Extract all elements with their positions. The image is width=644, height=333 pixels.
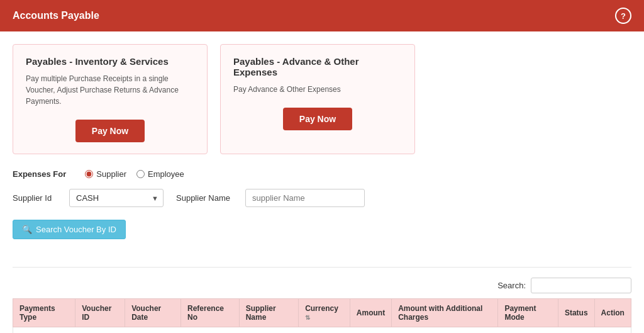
data-table: Payments Type Voucher ID Voucher Date Re… [13,298,631,333]
supplier-radio-item[interactable]: Supplier [85,169,126,179]
pay-now-advance-button[interactable]: Pay Now [283,108,352,130]
employee-radio-label: Employee [148,169,184,179]
expenses-for-row: Expenses For Supplier Employee [13,169,631,179]
help-button[interactable]: ? [615,8,631,24]
col-voucher-id: Voucher ID [75,299,125,327]
card-advance-desc: Pay Advance & Other Expenses [233,84,402,95]
main-content: Payables - Inventory & Services Pay mult… [0,31,644,333]
col-action: Action [594,299,631,327]
search-voucher-button[interactable]: 🔍 Search Voucher By ID [13,220,126,239]
supplier-id-label: Supplier Id [13,193,57,203]
page-title: Accounts Payable [13,10,99,21]
table-toolbar: Search: [13,278,631,293]
supplier-radio-label: Supplier [96,169,126,179]
card-advance-title: Payables - Advance & Other Expenses [233,56,402,77]
table-header: Payments Type Voucher ID Voucher Date Re… [13,299,631,327]
col-voucher-date: Voucher Date [125,299,181,327]
employee-radio[interactable] [136,170,145,178]
supplier-name-input[interactable] [245,189,365,207]
app-header: Accounts Payable ? [0,0,644,31]
col-currency: Currency ⇅ [299,299,350,327]
search-voucher-label: Search Voucher By ID [36,225,116,234]
expenses-radio-group: Supplier Employee [85,169,184,179]
table-body: No data available in table [13,327,631,334]
expenses-for-label: Expenses For [13,169,66,179]
employee-radio-item[interactable]: Employee [136,169,184,179]
no-data-text: No data available in table [13,327,631,334]
col-payments-type: Payments Type [13,299,75,327]
table-search-label: Search: [497,281,526,290]
col-amount-additional: Amount with Additional Charges [392,299,498,327]
search-icon: 🔍 [22,225,32,234]
card-inventory-desc: Pay multiple Purchase Receipts in a sing… [26,73,194,107]
card-inventory-title: Payables - Inventory & Services [26,56,194,67]
col-status: Status [558,299,594,327]
card-advance-expenses: Payables - Advance & Other Expenses Pay … [220,44,415,154]
col-supplier-name: Supplier Name [239,299,298,327]
card-inventory-services: Payables - Inventory & Services Pay mult… [13,44,208,154]
form-section: Expenses For Supplier Employee Supplier … [13,169,631,261]
supplier-row: Supplier Id CASH ▼ Supplier Name [13,189,631,207]
supplier-radio[interactable] [85,170,93,178]
pay-now-inventory-button[interactable]: Pay Now [75,120,145,142]
table-no-data-row: No data available in table [13,327,631,334]
col-payment-mode: Payment Mode [498,299,558,327]
cards-row: Payables - Inventory & Services Pay mult… [13,44,631,154]
supplier-id-wrapper: CASH ▼ [69,189,164,207]
col-reference-no: Reference No [181,299,240,327]
table-search-input[interactable] [531,278,631,293]
supplier-id-select[interactable]: CASH [69,189,164,207]
col-amount: Amount [350,299,391,327]
divider [13,267,631,268]
sort-icon-currency: ⇅ [305,314,310,321]
supplier-name-label: Supplier Name [176,193,233,203]
